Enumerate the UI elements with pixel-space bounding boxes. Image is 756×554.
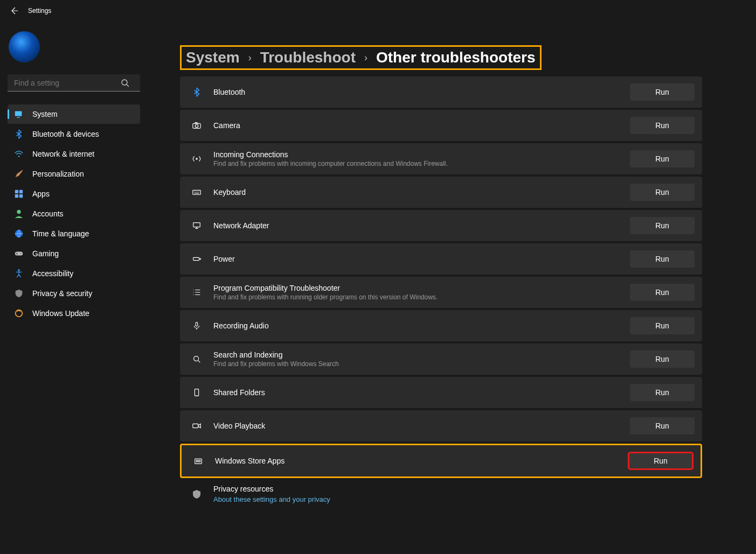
run-button-store-ts[interactable]: Run	[628, 452, 693, 469]
globe-icon	[14, 229, 24, 239]
camera-icon	[191, 121, 203, 130]
troubleshooter-row-store-ts: Windows Store Apps Run	[180, 444, 702, 478]
row-title: Program Compatibility Troubleshooter	[213, 284, 619, 292]
person-icon	[14, 209, 24, 219]
breadcrumb: System›Troubleshoot›Other troubleshooter…	[180, 45, 542, 70]
row-texts: Bluetooth	[213, 83, 619, 101]
sidebar-item-system[interactable]: System	[8, 104, 140, 124]
chevron-right-icon: ›	[364, 52, 367, 64]
breadcrumb-item[interactable]: Troubleshoot	[260, 49, 356, 66]
troubleshooter-row-incoming-ts: Incoming Connections Find and fix proble…	[180, 143, 702, 174]
troubleshooter-row-netadapter-ts: Network Adapter Run	[180, 210, 702, 241]
svg-point-0	[122, 80, 127, 85]
run-button-camera-ts[interactable]: Run	[630, 117, 695, 134]
row-texts: Program Compatibility Troubleshooter Fin…	[213, 279, 619, 305]
sidebar-item-network[interactable]: Network & internet	[8, 144, 140, 164]
row-texts: Power	[213, 250, 619, 268]
run-button-incoming-ts[interactable]: Run	[630, 150, 695, 167]
svg-rect-2	[17, 117, 19, 117]
sidebar-item-accounts[interactable]: Accounts	[8, 204, 140, 223]
run-button-netadapter-ts[interactable]: Run	[630, 217, 695, 234]
privacy-resources-row: Privacy resources About these settings a…	[180, 480, 702, 508]
row-title: Recording Audio	[213, 321, 619, 330]
run-button-search-ts[interactable]: Run	[630, 350, 695, 368]
svg-rect-7	[19, 194, 23, 198]
row-description: Find and fix problems with running older…	[213, 293, 619, 301]
row-texts: Shared Folders	[213, 384, 619, 401]
row-texts: Network Adapter	[213, 217, 619, 234]
privacy-link[interactable]: About these settings and your privacy	[213, 495, 695, 503]
run-button-video-ts[interactable]: Run	[630, 417, 695, 434]
nav-list: System Bluetooth & devices Network & int…	[8, 104, 154, 323]
svg-rect-4	[15, 190, 18, 193]
breadcrumb-item[interactable]: System	[186, 49, 240, 66]
monitor-icon	[191, 221, 203, 230]
sidebar-item-label: Bluetooth & devices	[32, 130, 99, 138]
svg-point-12	[18, 269, 20, 271]
run-button-bluetooth-ts[interactable]: Run	[630, 83, 695, 101]
bluetooth-icon	[191, 87, 203, 97]
run-button-keyboard-ts[interactable]: Run	[630, 184, 695, 201]
troubleshooter-row-camera-ts: Camera Run	[180, 110, 702, 141]
keyboard-icon	[191, 187, 203, 197]
window-header: Settings	[0, 0, 756, 22]
accessibility-icon	[14, 269, 24, 278]
sidebar-item-apps[interactable]: Apps	[8, 184, 140, 204]
troubleshooter-row-shared-ts: Shared Folders Run	[180, 377, 702, 408]
shield-icon	[191, 489, 203, 500]
row-texts: Windows Store Apps	[215, 452, 618, 469]
main-content: System›Troubleshoot›Other troubleshooter…	[162, 22, 756, 554]
row-description: Find and fix problems with incoming comp…	[213, 160, 619, 167]
row-title: Power	[213, 255, 619, 263]
troubleshooter-row-power-ts: Power Run	[180, 243, 702, 275]
troubleshooter-row-keyboard-ts: Keyboard Run	[180, 177, 702, 208]
sharedfolder-icon	[191, 388, 203, 397]
apps-icon	[14, 189, 24, 199]
run-button-recaudio-ts[interactable]: Run	[630, 317, 695, 334]
list-icon	[191, 287, 203, 297]
row-title: Keyboard	[213, 188, 619, 197]
sidebar-item-bluetooth[interactable]: Bluetooth & devices	[8, 124, 140, 144]
troubleshooter-list: Bluetooth Run Camera Run Incoming Connec…	[180, 76, 702, 508]
run-button-shared-ts[interactable]: Run	[630, 384, 695, 401]
svg-point-11	[20, 253, 22, 254]
svg-rect-18	[193, 190, 200, 194]
svg-rect-24	[193, 424, 198, 427]
breadcrumb-item: Other troubleshooters	[376, 49, 536, 66]
row-title: Camera	[213, 121, 619, 130]
window-title: Settings	[28, 7, 51, 15]
svg-rect-5	[19, 190, 23, 193]
row-title: Incoming Connections	[213, 150, 619, 159]
svg-rect-20	[193, 257, 199, 260]
row-title: Video Playback	[213, 422, 619, 430]
troubleshooter-row-video-ts: Video Playback Run	[180, 410, 702, 441]
troubleshooter-row-bluetooth-ts: Bluetooth Run	[180, 76, 702, 108]
video-icon	[191, 421, 203, 431]
sidebar-item-label: Gaming	[32, 249, 59, 258]
update-icon	[14, 308, 24, 318]
sidebar-item-label: Privacy & security	[32, 289, 92, 298]
run-button-progcompat-ts[interactable]: Run	[630, 284, 695, 301]
privacy-title: Privacy resources	[213, 485, 695, 493]
run-button-power-ts[interactable]: Run	[630, 250, 695, 268]
shield-icon	[14, 289, 24, 298]
row-texts: Recording Audio	[213, 317, 619, 334]
brush-icon	[14, 169, 24, 179]
back-button[interactable]	[10, 6, 18, 15]
store-icon	[192, 456, 204, 466]
sidebar-item-personalization[interactable]: Personalization	[8, 164, 140, 184]
row-texts: Privacy resources About these settings a…	[213, 480, 695, 508]
system-icon	[14, 109, 24, 119]
sidebar-item-time[interactable]: Time & language	[8, 224, 140, 243]
row-texts: Search and Indexing Find and fix problem…	[213, 346, 619, 372]
troubleshooter-row-search-ts: Search and Indexing Find and fix problem…	[180, 343, 702, 375]
user-avatar[interactable]	[9, 31, 40, 62]
sidebar-item-privacy[interactable]: Privacy & security	[8, 284, 140, 303]
svg-rect-16	[195, 123, 197, 124]
search-icon	[191, 354, 203, 364]
svg-rect-1	[15, 111, 22, 116]
sidebar-item-gaming[interactable]: Gaming	[8, 244, 140, 263]
search-icon	[121, 79, 129, 87]
sidebar-item-accessibility[interactable]: Accessibility	[8, 264, 140, 283]
sidebar-item-update[interactable]: Windows Update	[8, 304, 140, 323]
